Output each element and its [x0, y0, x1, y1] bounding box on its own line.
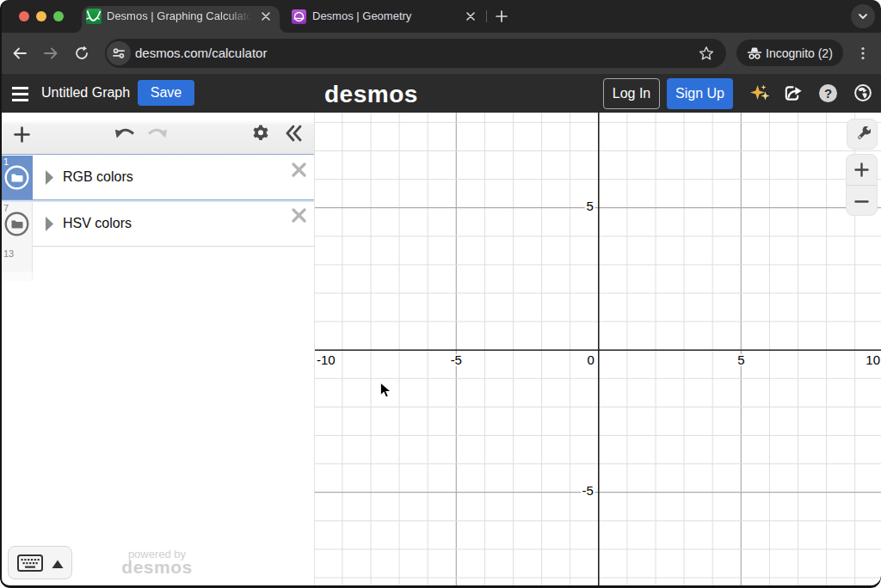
svg-text:-5: -5 [451, 352, 462, 367]
svg-text:-10: -10 [317, 352, 336, 367]
svg-text:5: 5 [586, 199, 593, 213]
svg-text:0: 0 [587, 352, 594, 367]
svg-text:5: 5 [737, 352, 744, 367]
svg-text:-5: -5 [582, 483, 593, 498]
svg-text:10: 10 [866, 352, 880, 367]
